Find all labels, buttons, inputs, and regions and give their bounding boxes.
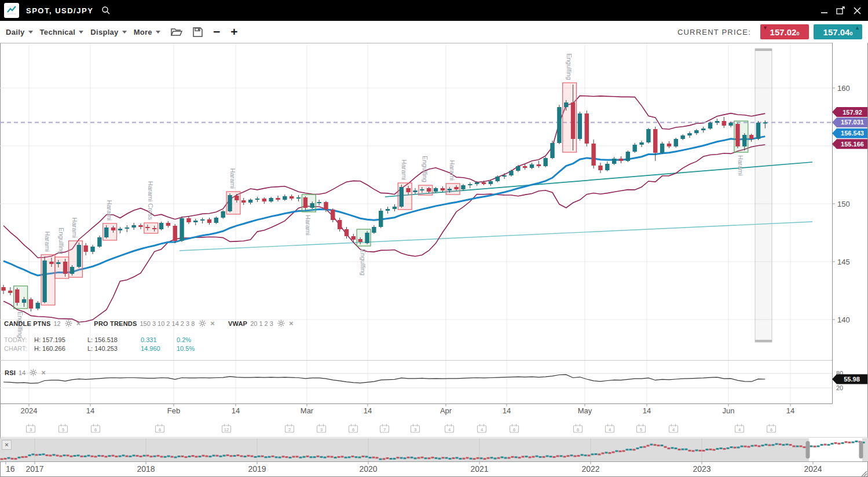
sell-price: 157.02 bbox=[770, 27, 797, 37]
calendar-event-icon[interactable]: 5 bbox=[637, 424, 646, 433]
calendar-event-icon[interactable]: 4 bbox=[606, 424, 614, 433]
svg-text:4: 4 bbox=[738, 427, 741, 432]
svg-text:12: 12 bbox=[224, 427, 229, 432]
overview-close-button[interactable]: × bbox=[2, 440, 12, 450]
indicator-name: PRO TRENDS bbox=[94, 320, 137, 327]
svg-text:6: 6 bbox=[513, 427, 515, 432]
resize-grip[interactable] bbox=[862, 471, 867, 476]
menu-more-label: More bbox=[134, 28, 152, 36]
search-icon[interactable] bbox=[101, 6, 111, 15]
calendar-event-icon[interactable]: 7 bbox=[380, 424, 389, 433]
today-high: H: 157.195 bbox=[34, 336, 87, 344]
svg-text:7: 7 bbox=[383, 427, 386, 432]
svg-text:6: 6 bbox=[94, 427, 97, 432]
svg-text:2018: 2018 bbox=[137, 464, 155, 474]
calendar-event-icon[interactable]: 6 bbox=[767, 424, 776, 433]
svg-text:Feb: Feb bbox=[167, 406, 180, 415]
close-icon[interactable]: × bbox=[76, 319, 81, 328]
chart-label: CHART: bbox=[4, 344, 34, 353]
selection-handle[interactable] bbox=[859, 441, 863, 458]
toolbar: Daily Technical Display More − + CURRENT… bbox=[0, 21, 868, 43]
pattern-label: Harami Cross bbox=[147, 181, 154, 221]
svg-text:4: 4 bbox=[672, 427, 675, 432]
pattern-annotations: EngulfingHaramiEngulfingHaramiHaramiHara… bbox=[14, 53, 748, 338]
highlight-box[interactable] bbox=[755, 49, 772, 342]
calendar-event-icon[interactable]: 12 bbox=[222, 424, 231, 433]
calendar-event-icon[interactable]: 4 bbox=[478, 424, 486, 433]
overview-strip[interactable]: 1620172018201920202021202220232024 bbox=[0, 438, 868, 474]
sell-pip: 0 bbox=[796, 31, 799, 36]
buy-price-button[interactable]: ▲ 157.040 bbox=[814, 24, 862, 39]
window-controls bbox=[821, 5, 861, 16]
close-icon[interactable]: × bbox=[210, 319, 215, 328]
gear-icon[interactable] bbox=[277, 320, 285, 328]
calendar-event-icon[interactable]: 6 bbox=[510, 424, 519, 433]
indicator-params: 12 bbox=[53, 320, 60, 327]
gear-icon[interactable] bbox=[30, 369, 37, 377]
calendar-event-icon[interactable]: 3 bbox=[317, 424, 326, 433]
rsi-pane: 802055.98 bbox=[0, 370, 867, 391]
calendar-event-icon[interactable]: 3 bbox=[27, 424, 35, 433]
calendar-event-icon[interactable]: 3 bbox=[411, 424, 420, 433]
zoom-in-button[interactable]: + bbox=[230, 26, 237, 38]
pattern-label: Harami bbox=[305, 215, 312, 235]
popout-icon[interactable] bbox=[836, 5, 845, 16]
pattern-label: Harami bbox=[401, 160, 408, 180]
gear-icon[interactable] bbox=[199, 320, 206, 328]
svg-text:20: 20 bbox=[836, 384, 843, 391]
menu-display[interactable]: Display bbox=[90, 28, 126, 36]
minimize-icon[interactable] bbox=[821, 5, 828, 16]
svg-text:140: 140 bbox=[837, 315, 850, 324]
save-icon[interactable] bbox=[193, 27, 203, 37]
trading-station-window: SPOT, USD/JPY Daily Technical Display Mo… bbox=[0, 0, 868, 477]
svg-text:5: 5 bbox=[640, 427, 642, 432]
close-window-icon[interactable] bbox=[854, 5, 861, 16]
close-icon[interactable]: × bbox=[289, 319, 294, 328]
gear-icon[interactable] bbox=[65, 320, 72, 328]
candles-layer[interactable] bbox=[1, 85, 767, 311]
menu-display-label: Display bbox=[90, 28, 118, 36]
calendar-event-icon[interactable]: 4 bbox=[735, 424, 744, 433]
zoom-out-button[interactable]: − bbox=[213, 26, 220, 38]
close-icon[interactable]: × bbox=[41, 368, 46, 377]
rsi-line bbox=[3, 375, 765, 383]
svg-text:156.543: 156.543 bbox=[841, 130, 864, 137]
chart-app-icon bbox=[4, 3, 19, 18]
stats-overlay: TODAY:H: 157.195L: 156.5180.3310.2% CHAR… bbox=[4, 336, 213, 353]
indicator-name: VWAP bbox=[228, 320, 247, 327]
window-title: SPOT, USD/JPY bbox=[26, 6, 93, 15]
menu-technical[interactable]: Technical bbox=[40, 28, 84, 36]
trendlines[interactable] bbox=[180, 162, 812, 251]
calendar-event-icon[interactable]: 5 bbox=[59, 424, 68, 433]
svg-text:3: 3 bbox=[414, 427, 416, 432]
svg-text:14: 14 bbox=[643, 406, 651, 415]
open-folder-icon[interactable] bbox=[171, 27, 182, 36]
calendar-event-icon[interactable]: 6 bbox=[574, 424, 583, 433]
calendar-event-icon[interactable]: 4 bbox=[445, 424, 454, 433]
chevron-down-icon bbox=[156, 31, 160, 34]
menu-more[interactable]: More bbox=[134, 28, 160, 36]
svg-text:14: 14 bbox=[232, 406, 240, 415]
menu-timeframe[interactable]: Daily bbox=[6, 28, 33, 36]
svg-text:2024: 2024 bbox=[804, 464, 822, 474]
svg-text:May: May bbox=[578, 406, 592, 415]
pattern-label: Engulfing bbox=[360, 249, 367, 276]
svg-text:2021: 2021 bbox=[470, 464, 488, 474]
chart-canvas[interactable]: EngulfingHaramiEngulfingHaramiHaramiHara… bbox=[0, 43, 868, 477]
arrow-down-icon: ▼ bbox=[763, 25, 768, 31]
sell-price-button[interactable]: ▼ 157.020 bbox=[760, 24, 809, 39]
indicator-candle-ptns: CANDLE PTNS12× bbox=[4, 320, 82, 327]
buy-pip: 0 bbox=[849, 31, 852, 36]
calendar-event-icon[interactable]: 6 bbox=[156, 424, 164, 433]
selection-handle[interactable] bbox=[806, 441, 810, 458]
calendar-event-icon[interactable]: 2 bbox=[285, 424, 294, 433]
calendar-event-icon[interactable]: 4 bbox=[669, 424, 678, 433]
moving-average-line bbox=[3, 137, 765, 276]
indicator-name: CANDLE PTNS bbox=[4, 320, 50, 327]
pattern-label: Engulfing bbox=[566, 53, 573, 80]
svg-text:Apr: Apr bbox=[440, 406, 452, 415]
indicator-params: 150 3 10 2 14 2 3 8 bbox=[140, 320, 195, 327]
calendar-event-icon[interactable]: 6 bbox=[91, 424, 100, 433]
calendar-event-icon[interactable]: 6 bbox=[349, 424, 358, 433]
indicator-pro-trends: PRO TRENDS150 3 10 2 14 2 3 8× bbox=[94, 320, 217, 327]
